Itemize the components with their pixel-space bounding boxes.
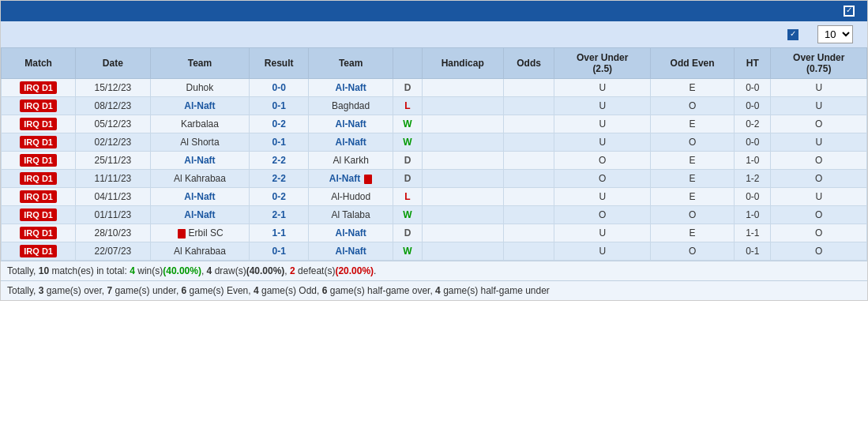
- cell-result: 0-2: [250, 188, 309, 206]
- cell-outcome: L: [393, 97, 422, 115]
- outcome-badge: W: [403, 209, 411, 220]
- cell-outcome: D: [393, 152, 422, 170]
- league-badge: IRQ D1: [20, 208, 57, 221]
- scores-table: Match Date Team Result Team Handicap Odd…: [1, 47, 867, 261]
- footer-line2: Totally, 3 game(s) over, 7 game(s) under…: [1, 280, 867, 300]
- cell-ou25: U: [554, 115, 650, 133]
- table-row: IRQ D125/11/23Al-Naft2-2Al KarkhDOE1-0O: [2, 152, 867, 170]
- result-link[interactable]: 2-2: [272, 155, 286, 166]
- cell-odds: [503, 115, 554, 133]
- result-link[interactable]: 1-1: [272, 227, 286, 239]
- cell-oe: O: [650, 206, 734, 224]
- cell-ou25: O: [554, 206, 650, 224]
- table-row: IRQ D122/07/23Al Kahrabaa0-1Al-NaftWUO0-…: [2, 242, 867, 261]
- cell-handicap: [422, 242, 503, 261]
- cell-date: 08/12/23: [76, 97, 150, 115]
- footer-line1: Totally, 10 match(es) in total: 4 win(s)…: [1, 261, 867, 280]
- cell-result: 0-1: [250, 133, 309, 152]
- cell-outcome: W: [393, 242, 422, 261]
- league-badge: IRQ D1: [20, 136, 57, 148]
- col-team2: Team: [309, 48, 393, 79]
- cell-league: IRQ D1: [2, 79, 76, 97]
- cell-result: 0-1: [250, 97, 309, 115]
- cell-result: 1-1: [250, 224, 309, 242]
- red-card-icon: [364, 175, 372, 184]
- result-link[interactable]: 0-2: [272, 118, 286, 130]
- cell-odds: [503, 97, 554, 115]
- col-ou25: Over Under(2.5): [554, 48, 650, 79]
- result-link[interactable]: 2-1: [272, 209, 286, 220]
- display-notes-area: [844, 6, 859, 17]
- team1-name: Al Shorta: [180, 137, 219, 148]
- col-outcome: [393, 48, 422, 79]
- result-link[interactable]: 0-1: [272, 246, 286, 257]
- cell-handicap: [422, 152, 503, 170]
- cell-date: 22/07/23: [76, 242, 150, 261]
- cell-oe: O: [650, 242, 734, 261]
- cell-odds: [503, 152, 554, 170]
- col-date: Date: [76, 48, 150, 79]
- result-link[interactable]: 0-1: [272, 100, 286, 111]
- col-oe: Odd Even: [650, 48, 734, 79]
- result-link[interactable]: 0-0: [272, 82, 286, 93]
- cell-result: 2-2: [250, 152, 309, 170]
- cell-odds: [503, 170, 554, 188]
- result-link[interactable]: 0-2: [272, 191, 286, 202]
- col-result: Result: [250, 48, 309, 79]
- cell-team2: Al-Naft: [309, 224, 393, 242]
- cell-outcome: D: [393, 224, 422, 242]
- cell-odds: [503, 133, 554, 152]
- cell-ou25: U: [554, 242, 650, 261]
- cell-handicap: [422, 133, 503, 152]
- col-handicap: Handicap: [422, 48, 503, 79]
- cell-ht: 0-2: [735, 115, 771, 133]
- cell-result: 0-0: [250, 79, 309, 97]
- col-odds: Odds: [503, 48, 554, 79]
- cell-ou075: O: [771, 170, 867, 188]
- cell-outcome: W: [393, 115, 422, 133]
- col-ou075: Over Under(0.75): [771, 48, 867, 79]
- team1-name: Al-Naft: [184, 155, 215, 166]
- cell-ht: 0-0: [735, 97, 771, 115]
- cell-team2: Al Karkh: [309, 152, 393, 170]
- cell-result: 0-2: [250, 115, 309, 133]
- cell-oe: E: [650, 170, 734, 188]
- result-link[interactable]: 2-2: [272, 173, 286, 184]
- table-row: IRQ D111/11/23Al Kahrabaa2-2Al-Naft DOE1…: [2, 170, 867, 188]
- table-row: IRQ D108/12/23Al-Naft0-1BaghdadLUO0-0U: [2, 97, 867, 115]
- cell-handicap: [422, 170, 503, 188]
- cell-team2: Al-Naft: [309, 170, 393, 188]
- cell-oe: E: [650, 152, 734, 170]
- cell-handicap: [422, 115, 503, 133]
- cell-oe: O: [650, 133, 734, 152]
- result-link[interactable]: 0-1: [272, 137, 286, 148]
- team2-name: Al-Hudod: [331, 191, 370, 202]
- irqd1-checkbox[interactable]: [787, 29, 798, 40]
- team1-name: Al Kahrabaa: [174, 246, 226, 257]
- team1-name: Karbalaa: [181, 118, 219, 130]
- league-badge: IRQ D1: [20, 245, 57, 257]
- cell-ou075: O: [771, 115, 867, 133]
- cell-ou25: U: [554, 188, 650, 206]
- league-badge: IRQ D1: [20, 227, 57, 239]
- team2-name: Al-Naft: [335, 137, 366, 148]
- cell-team2: Baghdad: [309, 97, 393, 115]
- cell-odds: [503, 188, 554, 206]
- cell-date: 11/11/23: [76, 170, 150, 188]
- display-notes-checkbox[interactable]: [844, 6, 855, 17]
- team1-name: Al Kahrabaa: [174, 173, 226, 184]
- cell-team2: Al-Naft: [309, 133, 393, 152]
- team1-name: Duhok: [186, 82, 214, 93]
- cell-team1: Erbil SC: [150, 224, 250, 242]
- cell-ht: 1-0: [735, 152, 771, 170]
- games-select[interactable]: 5 10 15 20 All: [817, 25, 853, 43]
- cell-team1: Al Shorta: [150, 133, 250, 152]
- cell-league: IRQ D1: [2, 224, 76, 242]
- cell-team2: Al-Hudod: [309, 188, 393, 206]
- cell-handicap: [422, 188, 503, 206]
- cell-ou075: O: [771, 224, 867, 242]
- team2-name: Al-Naft: [335, 118, 366, 130]
- table-row: IRQ D102/12/23Al Shorta0-1Al-NaftWUO0-0U: [2, 133, 867, 152]
- outcome-badge: D: [404, 82, 411, 93]
- cell-ou25: U: [554, 79, 650, 97]
